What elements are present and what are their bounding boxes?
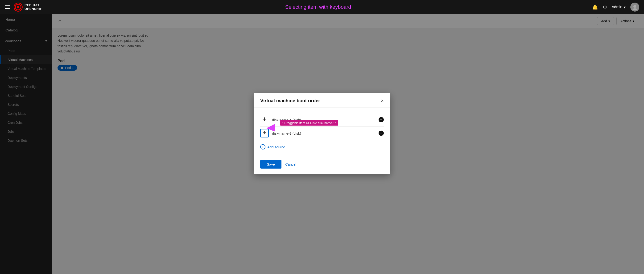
modal-close-button[interactable]: ×: [381, 98, 384, 103]
logo: RED HAT OPENSHIFT: [14, 3, 44, 12]
tooltip-text: " Draggable item #4 Disk: disk-name-1": [280, 120, 338, 126]
modal-title: Virtual machine boot order: [260, 98, 320, 103]
boot-order-modal: Virtual machine boot order × disk-name-1…: [254, 93, 390, 174]
hamburger-menu[interactable]: [5, 6, 10, 9]
modal-footer: Save Cancel: [254, 155, 390, 174]
add-source-button[interactable]: + Add source: [260, 144, 384, 150]
boot-item-2-label: disk-name-2 (disk): [272, 131, 375, 135]
boot-item-2-remove[interactable]: −: [378, 131, 384, 136]
page-title: Selecting item with keyboard: [48, 4, 588, 10]
gear-icon[interactable]: ⚙: [603, 4, 607, 10]
logo-text: RED HAT OPENSHIFT: [24, 3, 44, 11]
boot-order-item-2: disk-name-2 (disk) −: [260, 127, 384, 140]
avatar[interactable]: [630, 3, 639, 12]
modal-body: disk-name-1 (disk) − " Draggable item #4…: [254, 107, 390, 155]
drag-handle-1[interactable]: [260, 115, 269, 124]
svg-point-1: [634, 5, 636, 8]
topnav-actions: 🔔 ⚙ Admin ▾: [592, 3, 639, 12]
svg-point-2: [632, 8, 637, 10]
boot-item-1-remove[interactable]: −: [378, 117, 384, 122]
add-source-icon: +: [260, 144, 266, 150]
logo-icon: [14, 3, 23, 12]
modal-header: Virtual machine boot order ×: [254, 93, 390, 107]
admin-menu[interactable]: Admin ▾: [612, 5, 626, 10]
top-navigation: RED HAT OPENSHIFT Selecting item with ke…: [0, 0, 644, 14]
save-button[interactable]: Save: [260, 160, 282, 169]
svg-marker-3: [266, 124, 275, 131]
cancel-button[interactable]: Cancel: [285, 160, 296, 169]
bell-icon[interactable]: 🔔: [592, 4, 598, 10]
boot-order-item-1: disk-name-1 (disk) − " Draggable item #4…: [260, 113, 384, 127]
tooltip-arrow-icon: [266, 123, 275, 132]
chevron-down-icon: ▾: [624, 5, 626, 10]
